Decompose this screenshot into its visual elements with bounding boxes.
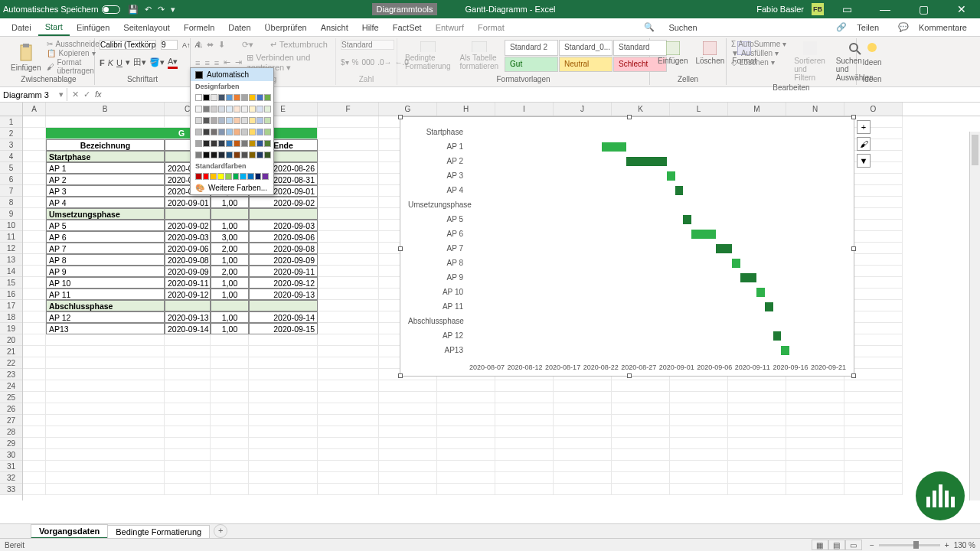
fx-icon[interactable]: fx <box>95 90 102 99</box>
chart-bar[interactable] <box>716 244 732 253</box>
name-box[interactable]: Diagramm 3▾ <box>0 88 67 101</box>
col-header[interactable]: H <box>437 103 495 116</box>
insert-cells-button[interactable]: Einfügen <box>655 40 691 67</box>
cell-styles-gallery[interactable]: Standard 2 Standard_0... Standard Gut Ne… <box>505 40 667 72</box>
row-header[interactable]: 23 <box>0 369 22 380</box>
row-header[interactable]: 4 <box>0 151 22 162</box>
col-header[interactable]: I <box>495 103 554 116</box>
comma-icon[interactable]: 000 <box>361 58 374 67</box>
col-header[interactable]: G <box>379 103 437 116</box>
chart-bar[interactable] <box>683 215 691 224</box>
row-header[interactable]: 3 <box>0 139 22 151</box>
row-header[interactable]: 28 <box>0 426 22 438</box>
row-header[interactable]: 32 <box>0 472 22 484</box>
qat-more[interactable]: ▾ <box>171 5 175 15</box>
col-header[interactable]: O <box>844 103 903 116</box>
row-header[interactable]: 18 <box>0 311 22 323</box>
row-header[interactable]: 33 <box>0 484 22 495</box>
row-header[interactable]: 31 <box>0 461 22 472</box>
minimize-icon[interactable]: — <box>870 3 900 15</box>
worksheet-grid[interactable]: 1234567891011121314151617181920212223242… <box>0 103 980 500</box>
conditional-formatting-button[interactable]: Bedingte Formatierung <box>402 40 453 72</box>
tab-formeln[interactable]: Formeln <box>177 20 221 35</box>
row-header[interactable]: 14 <box>0 266 22 277</box>
col-header[interactable]: A <box>23 103 46 116</box>
theme-color-row[interactable] <box>191 149 273 161</box>
row-header[interactable]: 30 <box>0 449 22 461</box>
fill-button[interactable]: ▼ Ausfüllen ▾ <box>731 49 786 57</box>
chart-bar[interactable] <box>691 230 716 239</box>
undo-icon[interactable]: ↶ <box>145 5 152 15</box>
row-header[interactable]: 19 <box>0 323 22 334</box>
row-header[interactable]: 2 <box>0 128 22 139</box>
row-header[interactable]: 29 <box>0 438 22 449</box>
row-header[interactable]: 13 <box>0 254 22 266</box>
col-header[interactable]: K <box>612 103 670 116</box>
col-header[interactable]: N <box>786 103 844 116</box>
tab-ansicht[interactable]: Ansicht <box>314 20 355 35</box>
row-header[interactable]: 11 <box>0 231 22 243</box>
row-header[interactable]: 6 <box>0 174 22 185</box>
align-top-icon[interactable]: ⬆ <box>195 40 202 50</box>
row-header[interactable]: 20 <box>0 334 22 346</box>
chart-bar[interactable] <box>765 302 773 311</box>
align-left-icon[interactable]: ≡ <box>195 58 200 67</box>
row-header[interactable]: 27 <box>0 415 22 426</box>
color-automatic[interactable]: Automatisch <box>191 68 273 81</box>
number-format-select[interactable] <box>341 40 394 50</box>
chart-styles-button[interactable]: 🖌 <box>857 137 871 151</box>
comments-button[interactable]: 💬 Kommentare <box>892 20 980 35</box>
chart-filter-button[interactable]: ▼ <box>857 154 871 168</box>
chart-bar[interactable] <box>773 331 782 341</box>
col-header[interactable]: B <box>46 103 165 116</box>
theme-color-row[interactable] <box>191 138 273 149</box>
row-header[interactable]: 9 <box>0 208 22 220</box>
close-icon[interactable]: ✕ <box>946 3 977 15</box>
format-as-table-button[interactable]: Als Tabelle formatieren <box>456 40 501 72</box>
chart-bar[interactable] <box>740 273 756 282</box>
tab-datei[interactable]: Datei <box>5 20 38 35</box>
align-middle-icon[interactable]: ⬌ <box>207 40 214 50</box>
grow-font-icon[interactable]: A↑ <box>182 41 191 49</box>
tab-factset[interactable]: FactSet <box>386 20 429 35</box>
search-icon[interactable]: 🔍 <box>637 19 662 35</box>
theme-color-row[interactable] <box>191 92 273 103</box>
indent-inc-icon[interactable]: ⇥ <box>235 57 242 67</box>
ribbon-options-icon[interactable]: ▭ <box>831 3 862 15</box>
align-center-icon[interactable]: ≡ <box>204 58 209 67</box>
row-header[interactable]: 5 <box>0 162 22 174</box>
orientation-icon[interactable]: ⟳▾ <box>242 40 253 50</box>
sort-filter-button[interactable]: Sortieren und Filtern <box>791 40 828 83</box>
percent-icon[interactable]: % <box>352 58 359 67</box>
tab-hilfe[interactable]: Hilfe <box>355 20 386 35</box>
row-header[interactable]: 21 <box>0 346 22 357</box>
row-header[interactable]: 25 <box>0 392 22 403</box>
row-header[interactable]: 22 <box>0 357 22 369</box>
autosum-button[interactable]: Σ AutoSumme ▾ <box>731 40 786 48</box>
chart-elements-button[interactable]: + <box>857 120 871 134</box>
border-button[interactable]: 田▾ <box>133 57 146 68</box>
delete-cells-button[interactable]: Löschen <box>692 40 727 67</box>
tab-einfügen[interactable]: Einfügen <box>70 20 116 35</box>
user-badge[interactable]: FB <box>812 3 824 15</box>
tab-entwurf[interactable]: Entwurf <box>429 20 471 35</box>
row-header[interactable]: 10 <box>0 220 22 231</box>
fill-color-button[interactable]: 🪣▾ <box>149 57 165 67</box>
currency-icon[interactable]: $▾ <box>341 58 349 67</box>
chart-bar[interactable] <box>626 157 667 166</box>
redo-icon[interactable]: ↷ <box>158 5 165 15</box>
row-header[interactable]: 7 <box>0 185 22 197</box>
underline-button[interactable]: U <box>116 58 122 67</box>
vertical-scrollbar[interactable] <box>969 132 980 500</box>
font-size-select[interactable] <box>161 40 178 50</box>
paste-button[interactable]: Einfügen <box>8 40 44 75</box>
row-header[interactable]: 16 <box>0 289 22 300</box>
autosave-toggle[interactable]: Automatisches Speichern <box>3 5 120 14</box>
theme-color-row[interactable] <box>191 103 273 115</box>
chart-bar[interactable] <box>675 186 684 195</box>
font-family-select[interactable] <box>100 40 156 50</box>
theme-color-row[interactable] <box>191 126 273 138</box>
inc-decimal-icon[interactable]: .0→ <box>377 58 391 67</box>
share-button[interactable]: 🔗 Teilen <box>830 20 892 35</box>
col-header[interactable]: L <box>670 103 728 116</box>
